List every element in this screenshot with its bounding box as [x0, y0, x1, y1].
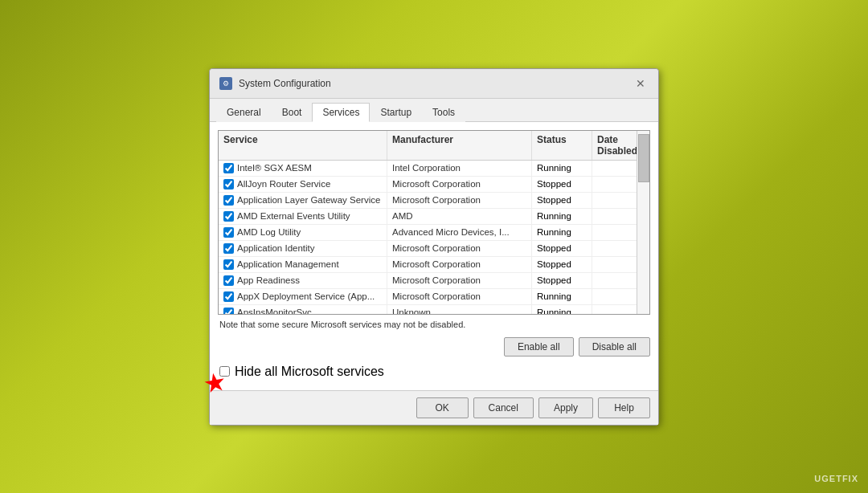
hide-microsoft-row: Hide all Microsoft services ★	[218, 361, 650, 382]
title-bar: ⚙ System Configuration ✕	[210, 69, 658, 99]
close-button[interactable]: ✕	[633, 75, 649, 92]
col-service: Service	[219, 131, 387, 160]
table-row: AMD Log Utility Advanced Micro Devices, …	[219, 225, 649, 241]
service-checkbox-0[interactable]	[223, 163, 234, 173]
table-row: Application Management Microsoft Corpora…	[219, 257, 649, 273]
manufacturer-cell: Microsoft Corporation	[387, 241, 532, 256]
tab-boot[interactable]: Boot	[272, 103, 313, 122]
table-body: Intel® SGX AESM Intel Corporation Runnin…	[219, 161, 649, 315]
status-cell: Stopped	[532, 177, 592, 192]
table-row: Intel® SGX AESM Intel Corporation Runnin…	[219, 161, 649, 177]
scrollbar-thumb[interactable]	[638, 134, 649, 182]
service-cell: AppX Deployment Service (App...	[219, 289, 387, 304]
table-row: Application Identity Microsoft Corporati…	[219, 241, 649, 257]
service-cell: ApsInsMonitorSvc	[219, 305, 387, 315]
enable-all-button[interactable]: Enable all	[504, 337, 574, 357]
table-header: Service Manufacturer Status Date Disable…	[219, 131, 649, 161]
service-cell: AMD Log Utility	[219, 225, 387, 240]
hide-microsoft-label: Hide all Microsoft services	[235, 365, 384, 379]
disable-all-button[interactable]: Disable all	[579, 337, 650, 357]
service-cell: Application Layer Gateway Service	[219, 193, 387, 208]
cancel-button[interactable]: Cancel	[473, 397, 534, 418]
status-cell: Running	[532, 289, 592, 304]
service-name: Application Identity	[237, 243, 315, 253]
window-icon: ⚙	[219, 77, 232, 90]
note-text: Note that some secure Microsoft services…	[218, 315, 650, 334]
services-table: Service Manufacturer Status Date Disable…	[218, 130, 650, 315]
manufacturer-cell: Intel Corporation	[387, 161, 532, 176]
service-name: AllJoyn Router Service	[237, 179, 330, 189]
service-cell: AllJoyn Router Service	[219, 177, 387, 192]
status-cell: Running	[532, 209, 592, 224]
service-name: AMD Log Utility	[237, 227, 301, 237]
table-row: AllJoyn Router Service Microsoft Corpora…	[219, 177, 649, 193]
service-checkbox-6[interactable]	[223, 259, 234, 270]
service-cell: Intel® SGX AESM	[219, 161, 387, 176]
bottom-buttons: OK Cancel Apply Help	[210, 390, 658, 425]
service-checkbox-1[interactable]	[223, 179, 234, 189]
manufacturer-cell: Advanced Micro Devices, I...	[387, 225, 532, 240]
table-row: AppX Deployment Service (App... Microsof…	[219, 289, 649, 305]
enable-disable-row: Enable all Disable all	[218, 334, 650, 361]
window-title: System Configuration	[239, 78, 331, 89]
watermark: UGETFIX	[814, 474, 858, 483]
service-cell: App Readiness	[219, 273, 387, 288]
scrollbar[interactable]	[637, 131, 649, 314]
status-cell: Stopped	[532, 193, 592, 208]
manufacturer-cell: Microsoft Corporation	[387, 289, 532, 304]
tab-general[interactable]: General	[216, 103, 272, 122]
service-checkbox-3[interactable]	[223, 211, 234, 222]
tab-startup[interactable]: Startup	[370, 103, 422, 122]
table-row: AMD External Events Utility AMD Running	[219, 209, 649, 225]
service-checkbox-5[interactable]	[223, 243, 234, 254]
service-checkbox-7[interactable]	[223, 275, 234, 286]
tab-services[interactable]: Services	[312, 103, 370, 122]
apply-button[interactable]: Apply	[538, 397, 593, 418]
tab-tools[interactable]: Tools	[422, 103, 465, 122]
service-name: ApsInsMonitorSvc	[237, 308, 312, 315]
status-cell: Running	[532, 225, 592, 240]
tab-content: Service Manufacturer Status Date Disable…	[210, 122, 658, 390]
manufacturer-cell: Microsoft Corporation	[387, 273, 532, 288]
manufacturer-cell: Microsoft Corporation	[387, 177, 532, 192]
title-bar-left: ⚙ System Configuration	[219, 77, 331, 90]
service-name: AppX Deployment Service (App...	[237, 291, 375, 301]
status-cell: Running	[532, 305, 592, 315]
service-name: Intel® SGX AESM	[237, 163, 312, 173]
tab-bar: General Boot Services Startup Tools	[210, 99, 658, 122]
service-cell: AMD External Events Utility	[219, 209, 387, 224]
service-cell: Application Identity	[219, 241, 387, 256]
system-configuration-window: ⚙ System Configuration ✕ General Boot Se…	[209, 68, 659, 426]
service-checkbox-9[interactable]	[223, 308, 234, 315]
table-row: Application Layer Gateway Service Micros…	[219, 193, 649, 209]
hide-microsoft-checkbox[interactable]	[219, 366, 230, 377]
service-cell: Application Management	[219, 257, 387, 272]
status-cell: Running	[532, 161, 592, 176]
ok-button[interactable]: OK	[416, 397, 469, 418]
table-row: App Readiness Microsoft Corporation Stop…	[219, 273, 649, 289]
table-row: ApsInsMonitorSvc Unknown Running	[219, 305, 649, 315]
col-status: Status	[532, 131, 592, 160]
manufacturer-cell: Microsoft Corporation	[387, 193, 532, 208]
service-checkbox-4[interactable]	[223, 227, 234, 238]
manufacturer-cell: AMD	[387, 209, 532, 224]
service-checkbox-2[interactable]	[223, 195, 234, 206]
status-cell: Stopped	[532, 241, 592, 256]
service-checkbox-8[interactable]	[223, 291, 234, 302]
service-name: Application Layer Gateway Service	[237, 195, 380, 205]
status-cell: Stopped	[532, 273, 592, 288]
service-name: AMD External Events Utility	[237, 211, 350, 221]
manufacturer-cell: Microsoft Corporation	[387, 257, 532, 272]
service-name: App Readiness	[237, 275, 300, 285]
manufacturer-cell: Unknown	[387, 305, 532, 315]
help-button[interactable]: Help	[598, 397, 650, 418]
col-manufacturer: Manufacturer	[387, 131, 532, 160]
status-cell: Stopped	[532, 257, 592, 272]
service-name: Application Management	[237, 259, 339, 269]
